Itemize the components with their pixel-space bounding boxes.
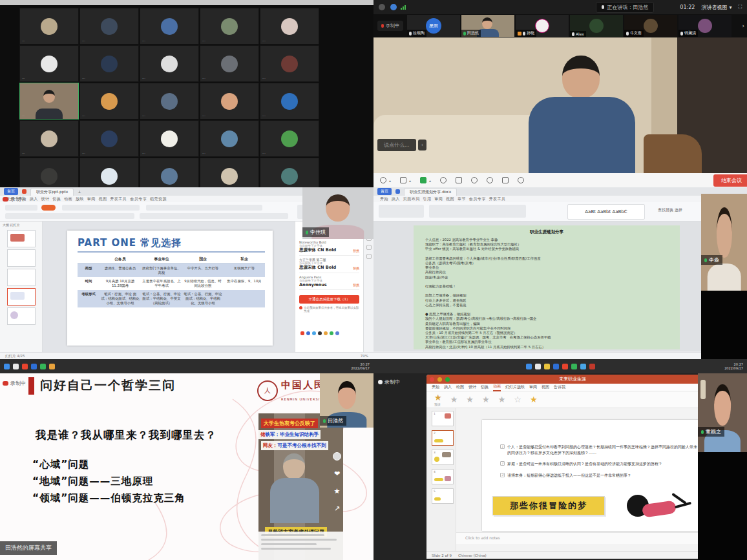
tab-transitions[interactable]: 切换 (481, 384, 489, 390)
mic-toggle-button[interactable] (380, 177, 386, 183)
notes-area[interactable]: Click to add notes (456, 532, 719, 544)
apps-button[interactable] (487, 177, 493, 183)
participant-tile[interactable]: ··· (19, 158, 79, 187)
participant-tile[interactable]: ··· (19, 120, 79, 157)
camera-overlay-lijiaqi[interactable]: 李佳琪 (302, 187, 374, 239)
slide-thumb-4[interactable]: 4 (432, 469, 454, 484)
slide-thumb-5[interactable]: 5 (432, 488, 454, 504)
wps-menubar[interactable]: 开始 插入 页面布局 引用 审阅 视图 章节 会员专享 开发工具 (374, 196, 747, 202)
fullscreen-icon[interactable]: ⛶ (738, 4, 742, 10)
preset-star-icon[interactable]: ★预设 (434, 393, 442, 406)
wps-taskbar-icon[interactable] (22, 364, 28, 369)
search-icon[interactable] (535, 364, 541, 369)
animation-star-icon[interactable]: ★ (450, 395, 458, 404)
participant-tile[interactable]: ··· (200, 45, 259, 82)
slide-thumb-2-selected[interactable]: 2 (432, 430, 454, 446)
participant-tile[interactable]: ··· (79, 45, 139, 82)
participant-tile[interactable]: ··· (260, 120, 319, 157)
security-shield-icon[interactable] (390, 4, 397, 10)
wps-home-tab[interactable]: 首页 (4, 188, 18, 195)
explorer-icon[interactable] (544, 364, 550, 369)
document-tab[interactable]: 职业生涯规划分享.docx (404, 188, 457, 196)
app-icon[interactable] (580, 364, 586, 369)
new-tab-button[interactable]: + (78, 189, 81, 194)
participant-tile[interactable]: ··· (19, 45, 79, 82)
document-page[interactable]: 职业生涯规划分享 个人信息：2022 届高等教育学专业毕业生 李淼 现就职于：高… (414, 225, 680, 349)
share-arrow-icon[interactable]: ↗ (333, 504, 341, 513)
panel-icon[interactable] (366, 245, 372, 250)
start-icon[interactable] (526, 364, 532, 369)
highlight-box[interactable]: 那些你很冒险的梦 (492, 496, 605, 515)
slide-thumb-2[interactable] (7, 249, 36, 267)
active-speaker-tile[interactable]: ··· (19, 83, 79, 119)
star-icon[interactable] (324, 331, 328, 335)
participant-tile[interactable]: ··· (200, 120, 259, 157)
settings-gear-icon[interactable] (518, 177, 524, 183)
participant-tile[interactable]: ··· (140, 120, 199, 157)
tab-review[interactable]: 审阅 (529, 384, 537, 390)
comments-panel[interactable] (258, 532, 343, 560)
doc-share-icon[interactable] (306, 331, 310, 335)
chat-collapse-button[interactable]: ‹ (418, 140, 426, 150)
wechat-taskbar-icon[interactable] (40, 364, 46, 369)
tab-tellme[interactable]: 告诉我 (554, 384, 565, 390)
participant-tile[interactable]: ··· (260, 158, 319, 187)
language-indicator[interactable]: Chinese (China) (458, 554, 487, 557)
replace-link[interactable]: 替换 (353, 266, 359, 270)
filmstrip-next-arrow[interactable]: › (739, 23, 747, 29)
slide-thumb-3[interactable]: 3 (432, 450, 454, 465)
like-heart-icon[interactable]: ❤ (333, 470, 341, 478)
filmstrip-thumb[interactable]: Alex (570, 15, 623, 37)
slide-thumb-5[interactable] (7, 307, 36, 325)
more-icon[interactable] (318, 331, 322, 335)
view-mode-button[interactable]: 演讲者视图▾ (701, 4, 731, 11)
participant-tile[interactable]: ··· (79, 8, 139, 45)
panel-icon[interactable] (366, 254, 372, 259)
slide-thumb-4-selected[interactable] (7, 288, 36, 306)
close-icon[interactable] (430, 377, 434, 382)
participant-tile[interactable]: ··· (260, 83, 319, 119)
participant-tile[interactable]: ··· (79, 83, 139, 119)
start-icon[interactable] (4, 364, 10, 369)
leave-meeting-button[interactable]: 结束会议 (713, 174, 747, 187)
chat-button[interactable] (456, 177, 462, 183)
animation-star-icon[interactable]: ★ (530, 395, 538, 404)
camera-overlay-tianhaoran[interactable]: 田浩然 (320, 373, 374, 428)
meeting-taskbar-icon[interactable] (31, 364, 37, 369)
participant-tile[interactable]: ··· (79, 120, 139, 157)
embedded-short-video[interactable]: 大学生热衷考公反映了 储铁军：毕业生知识结构手 网友：可是不考公根本找不到 是希… (258, 413, 343, 560)
tab-design[interactable]: 设计 (468, 384, 476, 390)
tab-insert[interactable]: 插入 (444, 384, 452, 390)
participant-tile[interactable]: ··· (140, 45, 199, 82)
slide-thumb-3[interactable] (7, 269, 36, 286)
wps-home-tab[interactable]: 首页 (377, 188, 392, 195)
filmstrip-thumb[interactable]: 孙晓 (516, 15, 569, 37)
replace-link[interactable]: 替换 (353, 283, 359, 287)
explorer-icon[interactable] (13, 364, 19, 369)
member-download-button[interactable]: 开通会员后批量下载（1） (299, 295, 359, 304)
style-gallery[interactable]: AaBt AaBbt AaBbC (567, 204, 645, 220)
animation-star-icon[interactable]: ★ (482, 395, 490, 404)
share-screen-button[interactable] (420, 177, 426, 183)
participant-tile[interactable]: ··· (260, 8, 319, 45)
tab-animations[interactable]: 动画 (493, 384, 501, 391)
chat-input[interactable]: 说点什么... (377, 139, 416, 151)
participant-tile[interactable]: ··· (140, 83, 199, 119)
screen-grid-button[interactable] (502, 177, 509, 183)
participant-tile[interactable]: ··· (200, 83, 259, 119)
filmstrip-thumb-video[interactable]: 田浩然 (461, 15, 514, 37)
camera-overlay-limiao[interactable]: 李淼 (701, 194, 747, 291)
uploader-avatar[interactable] (333, 452, 341, 461)
participant-tile[interactable]: ··· (19, 8, 79, 45)
qq-icon[interactable] (335, 331, 339, 335)
animation-star-icon[interactable]: ☆ (514, 395, 521, 404)
wps-ai-button[interactable] (41, 205, 56, 211)
find-replace-tools[interactable]: 查找替换 选择 (658, 207, 682, 213)
wps-taskbar-icon[interactable] (562, 364, 568, 369)
favorite-star-icon[interactable]: ★ (333, 487, 341, 495)
wechat-icon[interactable] (330, 331, 333, 335)
filmstrip-thumb[interactable]: 牛文雨 (624, 15, 677, 37)
participant-tile[interactable]: ··· (260, 45, 319, 82)
participant-tile[interactable]: ··· (140, 158, 199, 187)
tab-slideshow[interactable]: 幻灯片放映 (505, 384, 525, 390)
